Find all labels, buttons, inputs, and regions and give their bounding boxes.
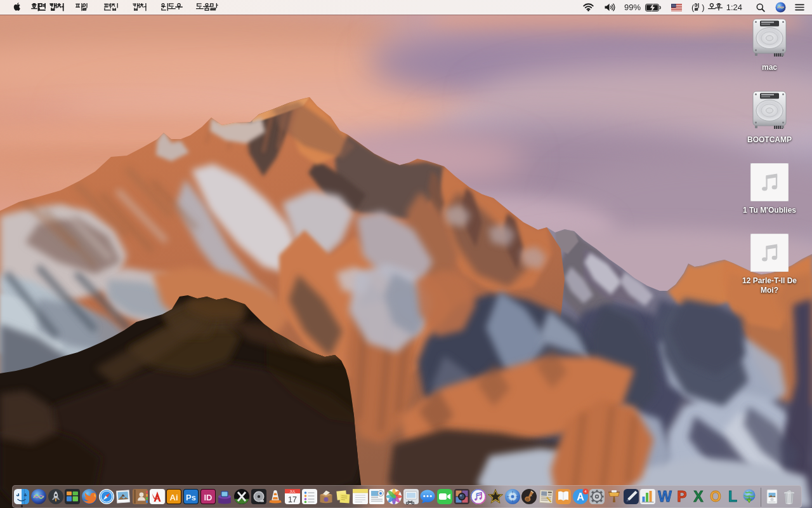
- svg-text:17: 17: [288, 495, 297, 504]
- svg-text:ID: ID: [204, 493, 212, 502]
- svg-text:Ai: Ai: [170, 493, 178, 502]
- svg-text:Ps: Ps: [186, 493, 196, 502]
- svg-text:X: X: [694, 488, 704, 505]
- svg-text:W: W: [658, 488, 672, 505]
- svg-text:JUL: JUL: [290, 490, 296, 493]
- svg-text:P: P: [677, 488, 686, 505]
- svg-text:L: L: [728, 488, 737, 505]
- svg-text:O: O: [710, 488, 721, 505]
